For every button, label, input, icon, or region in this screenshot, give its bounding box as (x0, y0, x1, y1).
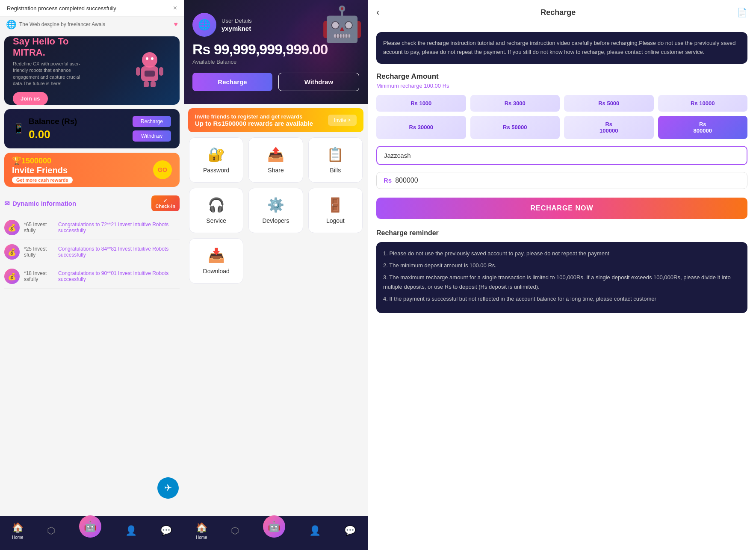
amount-5000[interactable]: Rs 5000 (564, 95, 654, 112)
user-name: yxymknet (221, 25, 252, 32)
cube-icon: ⬡ (47, 525, 55, 536)
svg-point-0 (142, 52, 157, 68)
dynamic-title: ✉ Dynamic Information (4, 200, 76, 207)
user-withdraw-button[interactable]: Withdraw (278, 73, 359, 91)
menu-item-share[interactable]: 📤 Share (248, 137, 303, 183)
balance-icon: 📱 (13, 123, 24, 134)
reminder-3: 3. The maximum recharge amount for a sin… (383, 273, 741, 292)
menu-nav-chat[interactable]: 💬 (344, 525, 356, 536)
amount-30000[interactable]: Rs 30000 (376, 116, 466, 139)
amount-1000[interactable]: Rs 1000 (376, 95, 466, 112)
menu-bottom-nav: 🏠 Home ⬡ 🤖 👤 💬 (184, 516, 368, 550)
menu-grid: 🔐 Password 📤 Share 📋 Bills 🎧 Service ⚙️ … (189, 137, 363, 284)
invite-amount: 🏆1500000 (12, 156, 73, 166)
svg-rect-7 (144, 81, 149, 87)
amount-800000[interactable]: Rs800000 (658, 116, 748, 139)
svg-rect-5 (136, 67, 140, 76)
menu-label-bills: Bills (330, 167, 341, 174)
user-recharge-button[interactable]: Recharge (192, 73, 272, 91)
menu-label-password: Password (203, 167, 229, 174)
svg-rect-4 (145, 71, 155, 77)
amount-10000[interactable]: Rs 10000 (658, 95, 748, 112)
person-icon: 👤 (125, 525, 137, 536)
menu-item-service[interactable]: 🎧 Service (189, 188, 243, 233)
invite-go-button[interactable]: GO (153, 160, 172, 179)
menu-nav-home[interactable]: 🏠 Home (196, 522, 207, 540)
nav-home[interactable]: 🏠 Home (12, 522, 24, 540)
user-details-label: User Details (221, 18, 252, 24)
balance-recharge-button[interactable]: Recharge (133, 116, 171, 127)
recharge-title: Recharge (540, 8, 576, 17)
menu-nav-cube[interactable]: ⬡ (231, 525, 239, 536)
menu-item-bills[interactable]: 📋 Bills (308, 137, 363, 183)
panel-home: Registration process completed successfu… (0, 0, 184, 550)
amount-grid: Rs 1000 Rs 3000 Rs 5000 Rs 10000 Rs 3000… (376, 95, 747, 139)
amount-3000[interactable]: Rs 3000 (470, 95, 560, 112)
user-action-buttons: Recharge Withdraw (192, 73, 359, 91)
svg-point-1 (146, 57, 148, 60)
invite-strip-button[interactable]: Invite > (328, 115, 357, 126)
password-icon: 🔐 (208, 146, 225, 163)
payment-method-select[interactable]: Jazzcash Easypaisa Bank Transfer (376, 146, 747, 165)
nav-chat[interactable]: 💬 (160, 525, 172, 536)
nav-person[interactable]: 👤 (125, 525, 137, 536)
menu-nav-person[interactable]: 👤 (309, 525, 321, 536)
feed-right-1: Congratulations to 72**21 Invest Intuiti… (58, 222, 180, 234)
amount-50000[interactable]: Rs 50000 (470, 116, 560, 139)
user-header-robot-icon: 🤖 (321, 4, 363, 44)
notification-text: Registration process completed successfu… (7, 5, 116, 12)
recharge-body: Please check the recharge instruction tu… (368, 25, 756, 320)
menu-cube-icon: ⬡ (231, 525, 239, 536)
download-icon: 📥 (208, 247, 225, 263)
feed-left-3: *18 Investssfully (24, 270, 54, 282)
menu-label-share: Share (268, 167, 284, 174)
hero-join-button[interactable]: Join us (13, 92, 48, 105)
menu-nav-home-label: Home (196, 535, 207, 540)
amount-input-field[interactable] (395, 177, 740, 184)
menu-item-password[interactable]: 🔐 Password (189, 137, 243, 183)
menu-item-logout[interactable]: 🚪 Logout (308, 188, 363, 233)
recharge-reminder-title: Recharge reminder (376, 229, 747, 237)
menu-item-download[interactable]: 📥 Download (189, 238, 243, 284)
feed-left-2: *25 Investsfully (24, 246, 54, 258)
bills-icon: 📋 (327, 146, 344, 163)
logout-icon: 🚪 (327, 197, 344, 213)
menu-item-developers[interactable]: ⚙️ Devlopers (248, 188, 303, 233)
panel-menu: 🌐 User Details yxymknet Rs 99,999,999,99… (184, 0, 368, 550)
invite-title: Invite Friends (12, 166, 73, 175)
nav-cube[interactable]: ⬡ (47, 525, 55, 536)
reminder-4: 4. If the payment is successful but not … (383, 294, 741, 304)
hero-robot-icon (128, 49, 171, 92)
feed-item: 💰 *65 Investsfully Congratulations to 72… (4, 216, 180, 240)
recharge-doc-button[interactable]: 📄 (737, 7, 747, 18)
recharge-info-box: Please check the recharge instruction tu… (376, 32, 747, 64)
dynamic-section: ✉ Dynamic Information ✓ Check-In 💰 *65 I… (4, 191, 180, 293)
user-balance-display: Rs 99,999,999,999.00 Available Balance (192, 41, 359, 65)
notification-close[interactable]: × (173, 4, 177, 12)
notification-bar: Registration process completed successfu… (0, 0, 184, 17)
recharge-back-button[interactable]: ‹ (376, 7, 379, 18)
menu-label-service: Service (206, 217, 226, 224)
hero-heading: Say Hello To MITRA. (13, 36, 90, 58)
checkin-badge[interactable]: ✓ Check-In (151, 195, 180, 211)
menu-label-logout: Logout (326, 217, 345, 224)
recharge-min-label: Minimum recharge 100.00 Rs (376, 83, 747, 89)
recharge-reminder-box: 1. Please do not use the previously save… (376, 242, 747, 313)
dynamic-header: ✉ Dynamic Information ✓ Check-In (4, 195, 180, 211)
balance-withdraw-button[interactable]: Withdraw (133, 130, 171, 142)
invite-left: 🏆1500000 Invite Friends Get more cash re… (12, 156, 73, 183)
recharge-now-button[interactable]: RECHARGE NOW (376, 198, 747, 219)
amount-100000[interactable]: Rs100000 (564, 116, 654, 139)
hero-text: Say Hello To MITRA. Redefine CX with pow… (13, 36, 90, 105)
menu-label-developers: Devlopers (262, 217, 289, 224)
balance-card: 📱 Balance (Rs) 0.00 Recharge Withdraw (4, 109, 180, 148)
balance-left: 📱 Balance (Rs) 0.00 (13, 117, 77, 141)
menu-nav-center-bot[interactable]: 🤖 (263, 515, 285, 538)
nav-center-bot[interactable]: 🤖 (79, 515, 101, 538)
home-bottom-nav: 🏠 Home ⬡ 🤖 👤 💬 (0, 516, 184, 550)
menu-person-icon: 👤 (309, 525, 321, 536)
telegram-float-button[interactable]: ✈ (157, 477, 179, 499)
menu-home-icon: 🏠 (196, 522, 207, 533)
reminder-2: 2. The minimum deposit amount is 100.00 … (383, 261, 741, 270)
recharge-header: ‹ Recharge 📄 (368, 0, 756, 25)
